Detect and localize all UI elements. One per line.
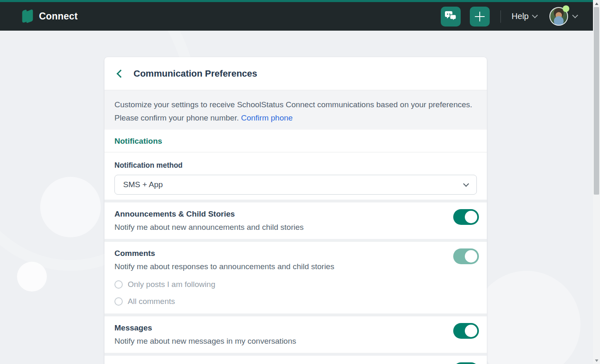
user-menu[interactable] bbox=[549, 7, 568, 26]
content-moderation-digest-row: Content Moderation Digest bbox=[104, 356, 487, 364]
radio-icon bbox=[114, 280, 123, 289]
row-subtitle: Notify me about new messages in my conve… bbox=[114, 336, 477, 346]
vertical-scrollbar[interactable] bbox=[593, 0, 600, 364]
decorative-circle bbox=[473, 271, 581, 364]
row-title: Announcements & Child Stories bbox=[114, 209, 477, 219]
row-subtitle: Notify me about new announcements and ch… bbox=[114, 222, 477, 232]
back-button[interactable] bbox=[117, 70, 125, 78]
announcements-row: Announcements & Child Stories Notify me … bbox=[104, 202, 487, 239]
radio-label: Only posts I am following bbox=[128, 279, 215, 290]
scrollbar-thumb[interactable] bbox=[594, 7, 599, 195]
notification-method-select[interactable]: SMS + App bbox=[114, 175, 477, 195]
row-title: Messages bbox=[114, 323, 477, 333]
help-label: Help bbox=[512, 12, 529, 21]
intro-banner: Customize your settings to receive Schoo… bbox=[104, 90, 487, 130]
plus-icon bbox=[475, 12, 485, 22]
scroll-down-arrow-icon bbox=[595, 359, 598, 362]
brand-name: Connect bbox=[39, 11, 78, 22]
help-menu[interactable]: Help bbox=[512, 12, 537, 21]
scroll-up-arrow-icon bbox=[595, 2, 598, 5]
chevron-down-icon bbox=[463, 181, 469, 186]
announcements-toggle[interactable] bbox=[453, 209, 479, 225]
top-navigation-bar: Connect Help bbox=[0, 0, 593, 31]
messages-row: Messages Notify me about new messages in… bbox=[104, 316, 487, 353]
intro-text: Customize your settings to receive Schoo… bbox=[114, 100, 472, 122]
radio-label: All comments bbox=[128, 296, 175, 307]
radio-all-comments[interactable]: All comments bbox=[114, 296, 477, 307]
card-header: Communication Preferences bbox=[104, 57, 487, 90]
page-title: Communication Preferences bbox=[134, 68, 257, 79]
row-separator bbox=[104, 239, 487, 242]
radio-only-posts-following[interactable]: Only posts I am following bbox=[114, 279, 477, 290]
chat-bubbles-icon bbox=[445, 10, 457, 23]
decorative-circle bbox=[17, 262, 47, 292]
row-title: Comments bbox=[114, 248, 477, 258]
row-separator bbox=[104, 353, 487, 356]
messages-button[interactable] bbox=[441, 7, 461, 27]
row-separator bbox=[104, 313, 487, 316]
comments-toggle[interactable] bbox=[453, 248, 479, 264]
selected-option: SMS + App bbox=[123, 180, 163, 189]
row-title: Content Moderation Digest bbox=[114, 362, 477, 364]
chevron-down-icon bbox=[572, 12, 578, 18]
create-new-button[interactable] bbox=[470, 7, 490, 27]
decorative-circle bbox=[40, 177, 101, 237]
navbar-divider bbox=[500, 10, 501, 23]
confirm-phone-link[interactable]: Confirm phone bbox=[241, 113, 293, 122]
notification-method-block: Notification method SMS + App bbox=[104, 152, 487, 200]
row-subtitle: Notify me about responses to announcemen… bbox=[114, 262, 477, 272]
brand[interactable]: Connect bbox=[18, 7, 78, 26]
book-logo-icon bbox=[18, 7, 34, 26]
scroll-down-button[interactable] bbox=[593, 357, 600, 364]
online-status-dot bbox=[563, 5, 569, 12]
radio-icon bbox=[114, 297, 123, 306]
scroll-up-button[interactable] bbox=[593, 0, 600, 7]
notifications-section-title: Notifications bbox=[104, 130, 487, 152]
comments-row: Comments Notify me about responses to an… bbox=[104, 242, 487, 313]
comments-options: Only posts I am following All comments bbox=[114, 279, 477, 307]
row-separator bbox=[104, 200, 487, 202]
communication-preferences-card: Communication Preferences Customize your… bbox=[104, 57, 487, 364]
page-background: Communication Preferences Customize your… bbox=[0, 31, 593, 364]
messages-toggle[interactable] bbox=[453, 323, 479, 339]
notification-method-label: Notification method bbox=[114, 161, 477, 170]
chevron-down-icon bbox=[532, 12, 538, 18]
